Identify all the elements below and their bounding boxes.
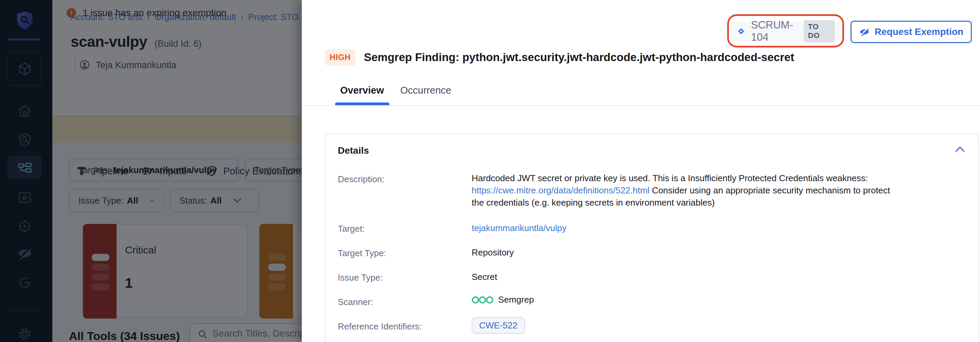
details-card: Details Description: Hardcoded JWT secre… xyxy=(325,133,979,342)
jira-icon xyxy=(736,26,746,36)
jira-status-badge: TO DO xyxy=(803,20,835,43)
reference-identifiers-value: CWE-522 xyxy=(472,317,525,334)
reference-identifiers-label: Reference Identifiers: xyxy=(338,321,422,332)
semgrep-icon xyxy=(472,295,493,305)
issue-details-drawer: SCRUM-104 TO DO Request Exemption HIGH S… xyxy=(302,0,980,342)
target-type-label: Target Type: xyxy=(338,248,387,258)
scanner-value: Semgrep xyxy=(472,294,534,305)
tab-occurrence[interactable]: Occurrence xyxy=(400,85,451,96)
request-exemption-label: Request Exemption xyxy=(875,27,963,37)
jira-ticket-key: SCRUM-104 xyxy=(751,19,803,43)
tabs-divider xyxy=(302,105,980,106)
severity-badge: HIGH xyxy=(325,49,355,65)
page-behind-drawer: Account: STO test›Organization: default›… xyxy=(0,0,302,342)
target-label: Target: xyxy=(338,223,365,234)
finding-title: Semgrep Finding: python.jwt.security.jwt… xyxy=(364,51,794,64)
request-exemption-button[interactable]: Request Exemption xyxy=(851,21,972,43)
cwe-definition-link[interactable]: https://cwe.mitre.org/data/definitions/5… xyxy=(472,185,649,195)
scanner-label: Scanner: xyxy=(338,297,373,307)
app-window: Account: STO test›Organization: default›… xyxy=(0,0,980,342)
details-heading: Details xyxy=(338,145,369,156)
target-type-value: Repository xyxy=(472,247,514,258)
drawer-backdrop[interactable] xyxy=(0,0,302,342)
target-link[interactable]: tejakummarikuntla/vulpy xyxy=(472,223,566,233)
tab-overview[interactable]: Overview xyxy=(340,85,384,96)
description-value: Hardcoded JWT secret or private key is u… xyxy=(472,172,903,209)
cwe-badge[interactable]: CWE-522 xyxy=(472,317,525,334)
jira-ticket-chip[interactable]: SCRUM-104 TO DO xyxy=(730,21,840,41)
eye-off-icon xyxy=(859,27,870,37)
description-label: Description: xyxy=(338,174,384,185)
issue-type-label: Issue Type: xyxy=(338,272,383,283)
issue-type-value: Secret xyxy=(472,272,497,282)
chevron-up-icon[interactable] xyxy=(955,146,965,152)
